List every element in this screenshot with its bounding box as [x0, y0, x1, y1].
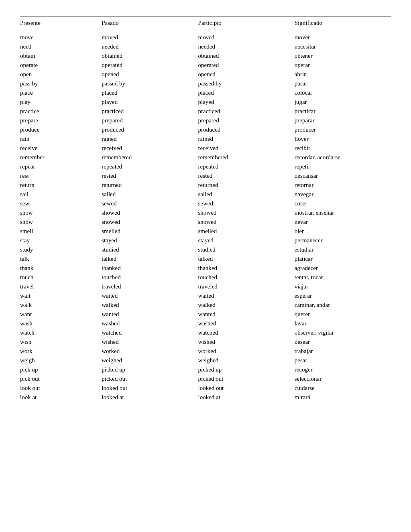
cell-row20-col0: snow [20, 217, 102, 227]
cell-row15-col3: descansar [295, 171, 391, 181]
cell-row20-col3: nevar [295, 217, 391, 227]
cell-row11-col0: rain [20, 134, 102, 144]
header-pasado: Pasado [102, 16, 198, 30]
cell-row0-col1: moved [102, 30, 198, 43]
cell-row34-col1: worked [102, 347, 198, 356]
table-row: wantwantedwantedquerer [20, 310, 391, 319]
cell-row39-col2: looked at [198, 393, 295, 402]
cell-row37-col2: picked out [198, 374, 295, 384]
cell-row2-col2: obtained [198, 51, 295, 61]
table-row: operateoperatedoperatedoperar [20, 61, 391, 70]
cell-row25-col3: agradecer [295, 264, 391, 273]
table-row: restrestedresteddescansar [20, 171, 391, 181]
cell-row30-col3: querer [295, 310, 391, 319]
cell-row27-col3: viajar [295, 282, 391, 291]
table-row: thankthankedthankedagradecer [20, 264, 391, 273]
cell-row38-col2: looked out [198, 384, 295, 393]
cell-row2-col1: obtained [102, 51, 198, 61]
cell-row36-col0: pick up [20, 365, 102, 374]
table-row: pick uppicked uppicked uprecoger [20, 365, 391, 374]
cell-row38-col3: cuidarse [295, 384, 391, 393]
cell-row32-col1: watched [102, 328, 198, 337]
cell-row33-col0: wish [20, 337, 102, 347]
cell-row36-col1: picked up [102, 365, 198, 374]
cell-row31-col1: washed [102, 319, 198, 328]
cell-row8-col0: practice [20, 107, 102, 116]
cell-row19-col2: showed [198, 208, 295, 217]
cell-row19-col1: showed [102, 208, 198, 217]
cell-row22-col3: permanecer [295, 236, 391, 245]
cell-row39-col3: mirará [295, 393, 391, 402]
header-presente: Presente [20, 16, 102, 30]
cell-row18-col2: sewed [198, 199, 295, 208]
cell-row9-col3: preparar [295, 116, 391, 125]
cell-row34-col2: worked [198, 347, 295, 356]
cell-row16-col2: returned [198, 181, 295, 190]
cell-row38-col1: looked out [102, 384, 198, 393]
cell-row6-col3: colocar [295, 88, 391, 97]
header-participio: Participio [198, 16, 295, 30]
cell-row32-col3: observer, vigilar [295, 328, 391, 337]
cell-row23-col2: studied [198, 245, 295, 254]
cell-row39-col1: looked at [102, 393, 198, 402]
cell-row34-col3: trabajar [295, 347, 391, 356]
cell-row26-col2: touched [198, 273, 295, 282]
cell-row31-col0: wash [20, 319, 102, 328]
cell-row4-col3: abrir [295, 70, 391, 79]
cell-row25-col2: thanked [198, 264, 295, 273]
cell-row0-col3: mover [295, 30, 391, 43]
table-row: sailsailedsailednavegar [20, 190, 391, 199]
cell-row1-col2: needed [198, 42, 295, 51]
cell-row38-col0: look out [20, 384, 102, 393]
cell-row37-col3: seleccionar [295, 374, 391, 384]
table-row: waitwaitedwaitedesperar [20, 291, 391, 301]
table-row: studystudiedstudiedestudiar [20, 245, 391, 254]
table-row: washwashedwashedlavar [20, 319, 391, 328]
cell-row23-col1: studied [102, 245, 198, 254]
cell-row27-col2: traveled [198, 282, 295, 291]
cell-row25-col0: thank [20, 264, 102, 273]
table-row: traveltraveledtraveledviajar [20, 282, 391, 291]
cell-row18-col1: sewed [102, 199, 198, 208]
cell-row13-col1: remembered [102, 153, 198, 162]
cell-row17-col2: sailed [198, 190, 295, 199]
cell-row4-col1: opened [102, 70, 198, 79]
table-row: look outlooked outlooked outcuidarse [20, 384, 391, 393]
cell-row17-col3: navegar [295, 190, 391, 199]
cell-row25-col1: thanked [102, 264, 198, 273]
table-row: repeatrepeatedrepeatedrepetir [20, 162, 391, 171]
cell-row2-col3: obtener [295, 51, 391, 61]
cell-row29-col1: walked [102, 301, 198, 310]
cell-row13-col3: recordar, acordarse [295, 153, 391, 162]
cell-row18-col3: coser [295, 199, 391, 208]
cell-row34-col0: work [20, 347, 102, 356]
cell-row7-col3: jugar [295, 97, 391, 107]
cell-row5-col0: pass by [20, 79, 102, 88]
cell-row24-col0: talk [20, 254, 102, 264]
cell-row1-col0: need [20, 42, 102, 51]
cell-row4-col2: opened [198, 70, 295, 79]
table-row: needneededneedednecesitar [20, 42, 391, 51]
table-row: rainrainedrainedllover [20, 134, 391, 144]
cell-row12-col3: recibir [295, 144, 391, 153]
cell-row35-col3: pesar [295, 356, 391, 365]
cell-row20-col2: snowed [198, 217, 295, 227]
cell-row14-col3: repetir [295, 162, 391, 171]
cell-row27-col0: travel [20, 282, 102, 291]
cell-row7-col1: played [102, 97, 198, 107]
cell-row22-col2: stayed [198, 236, 295, 245]
cell-row33-col3: desear [295, 337, 391, 347]
table-row: playplayedplayedjugar [20, 97, 391, 107]
cell-row5-col2: passed by [198, 79, 295, 88]
cell-row3-col1: operated [102, 61, 198, 70]
cell-row31-col2: washed [198, 319, 295, 328]
cell-row11-col1: rained [102, 134, 198, 144]
table-row: showshowedshowedmostrar, enseñar [20, 208, 391, 217]
cell-row13-col2: remembered [198, 153, 295, 162]
cell-row21-col3: oler [295, 227, 391, 236]
cell-row16-col1: returned [102, 181, 198, 190]
cell-row22-col1: stayed [102, 236, 198, 245]
table-row: walkwalkedwalkedcaminar, andar [20, 301, 391, 310]
cell-row28-col2: waited [198, 291, 295, 301]
cell-row32-col2: watched [198, 328, 295, 337]
